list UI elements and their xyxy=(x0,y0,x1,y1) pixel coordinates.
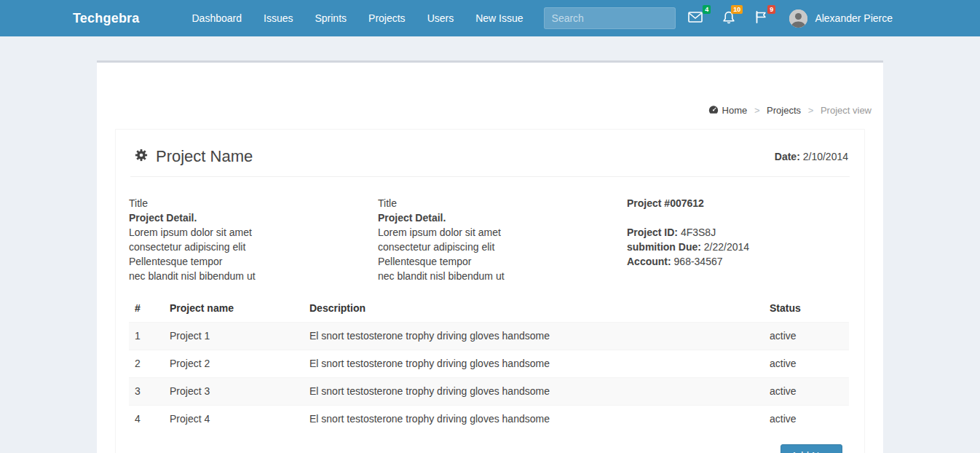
breadcrumb-separator: > xyxy=(808,105,814,116)
cell-number: 2 xyxy=(129,350,164,378)
cell-status: active xyxy=(764,406,849,433)
cell-status: active xyxy=(764,378,849,406)
search-input[interactable] xyxy=(544,7,676,29)
messages-badge: 4 xyxy=(703,5,711,14)
cell-description: El snort testosterone trophy driving glo… xyxy=(304,323,764,350)
flags-badge: 9 xyxy=(767,5,775,14)
nav-item-sprints[interactable]: Sprints xyxy=(304,0,357,36)
cell-description: El snort testosterone trophy driving glo… xyxy=(304,378,764,406)
flag-icon xyxy=(755,11,767,25)
notifications-menu[interactable]: 10 xyxy=(713,0,745,36)
spacer xyxy=(627,210,850,225)
card-header: Project Name Date: 2/10/2014 xyxy=(116,130,864,176)
info-line: nec blandit nisl bibendum ut xyxy=(378,269,627,283)
header-project-name: Project name xyxy=(164,295,304,323)
card-footer: Add New xyxy=(116,433,864,453)
info-subtitle: Project Detail. xyxy=(129,210,378,225)
gear-icon xyxy=(135,146,148,168)
info-line: consectetur adipiscing elit xyxy=(378,240,627,254)
notifications-badge: 10 xyxy=(731,5,743,14)
cell-description: El snort testosterone trophy driving glo… xyxy=(304,350,764,378)
info-line: Pellentesque tempor xyxy=(129,254,378,269)
project-info-section: Title Project Detail. Lorem ipsum dolor … xyxy=(116,177,864,283)
info-subtitle: Project Detail. xyxy=(378,210,627,225)
info-line: consectetur adipiscing elit xyxy=(129,240,378,254)
nav-item-projects[interactable]: Projects xyxy=(357,0,416,36)
info-title: Title xyxy=(129,196,378,210)
cell-project-name: Project 2 xyxy=(164,350,304,378)
messages-menu[interactable]: 4 xyxy=(678,0,713,36)
top-navbar: Techgebra Dashboard Issues Sprints Proje… xyxy=(0,0,980,36)
table-row[interactable]: 3 Project 3 El snort testosterone trophy… xyxy=(129,378,849,406)
navbar-right-section: 4 10 9 Alexander Pierce xyxy=(678,0,893,36)
breadcrumb-home[interactable]: Home xyxy=(708,104,748,116)
project-number: Project #007612 xyxy=(627,196,850,210)
project-card: Project Name Date: 2/10/2014 Title Proje… xyxy=(115,129,865,453)
header-number: # xyxy=(129,295,164,323)
breadcrumb: Home > Projects > Project view xyxy=(97,63,883,116)
nav-item-issues[interactable]: Issues xyxy=(253,0,304,36)
dashboard-gauge-icon xyxy=(708,104,719,116)
cell-project-name: Project 3 xyxy=(164,378,304,406)
info-column-2: Title Project Detail. Lorem ipsum dolor … xyxy=(378,196,627,283)
info-column-3: Project #007612 Project ID: 4F3S8J submi… xyxy=(627,196,850,283)
envelope-icon xyxy=(688,12,703,25)
projects-table-wrap: # Project name Description Status 1 Proj… xyxy=(129,295,849,433)
breadcrumb-separator: > xyxy=(754,105,760,116)
header-status: Status xyxy=(764,295,849,323)
page-title: Project Name xyxy=(135,146,253,168)
add-new-button[interactable]: Add New xyxy=(781,444,842,453)
project-id-field: Project ID: 4F3S8J xyxy=(627,225,850,240)
user-name: Alexander Pierce xyxy=(815,12,893,24)
account-field: Account: 968-34567 xyxy=(627,254,850,269)
cell-project-name: Project 1 xyxy=(164,323,304,350)
project-date: Date: 2/10/2014 xyxy=(775,151,848,162)
cell-number: 1 xyxy=(129,323,164,350)
breadcrumb-projects[interactable]: Projects xyxy=(767,105,801,116)
cell-status: active xyxy=(764,323,849,350)
cell-description: El snort testosterone trophy driving glo… xyxy=(304,406,764,433)
cell-status: active xyxy=(764,350,849,378)
header-description: Description xyxy=(304,295,764,323)
info-title: Title xyxy=(378,196,627,210)
table-header-row: # Project name Description Status xyxy=(129,295,849,323)
cell-project-name: Project 4 xyxy=(164,406,304,433)
info-line: nec blandit nisl bibendum ut xyxy=(129,269,378,283)
cell-number: 4 xyxy=(129,406,164,433)
submission-due-field: submition Due: 2/22/2014 xyxy=(627,240,850,254)
table-row[interactable]: 2 Project 2 El snort testosterone trophy… xyxy=(129,350,849,378)
breadcrumb-current: Project view xyxy=(821,105,872,116)
avatar xyxy=(789,9,807,28)
flags-menu[interactable]: 9 xyxy=(745,0,778,36)
info-line: Lorem ipsum dolor sit amet xyxy=(378,225,627,240)
info-line: Pellentesque tempor xyxy=(378,254,627,269)
info-column-1: Title Project Detail. Lorem ipsum dolor … xyxy=(129,196,378,283)
brand-logo[interactable]: Techgebra xyxy=(73,11,140,26)
table-row[interactable]: 1 Project 1 El snort testosterone trophy… xyxy=(129,323,849,350)
table-row[interactable]: 4 Project 4 El snort testosterone trophy… xyxy=(129,406,849,433)
nav-item-dashboard[interactable]: Dashboard xyxy=(181,0,253,36)
main-nav: Dashboard Issues Sprints Projects Users … xyxy=(181,0,534,36)
projects-table: # Project name Description Status 1 Proj… xyxy=(129,295,849,433)
nav-item-new-issue[interactable]: New Issue xyxy=(465,0,534,36)
user-menu[interactable]: Alexander Pierce xyxy=(789,9,893,28)
content-panel: Home > Projects > Project view Project N… xyxy=(97,60,883,453)
nav-item-users[interactable]: Users xyxy=(416,0,465,36)
info-line: Lorem ipsum dolor sit amet xyxy=(129,225,378,240)
cell-number: 3 xyxy=(129,378,164,406)
